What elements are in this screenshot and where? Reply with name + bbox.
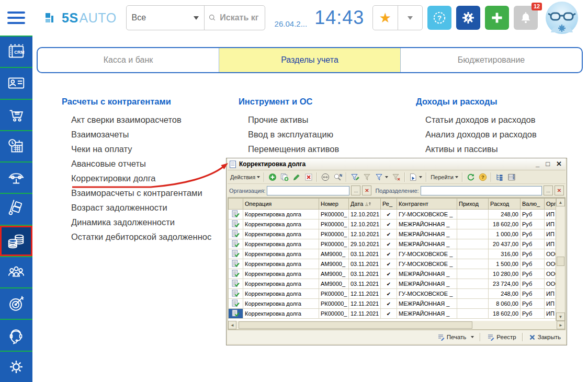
sidebar-item-targets[interactable]	[0, 288, 32, 320]
menu-link[interactable]: Прочие активы	[248, 112, 339, 127]
menu-link[interactable]: Остатки дебиторской задолженнос	[71, 229, 211, 244]
maximize-button[interactable]: □	[546, 160, 550, 168]
sidebar-item-crm[interactable]: CRM	[0, 36, 32, 68]
settings-button[interactable]	[456, 6, 480, 30]
add-new-button[interactable]	[485, 6, 509, 30]
sidebar-item-service[interactable]	[0, 163, 32, 194]
menu-link[interactable]: Возраст задолженности	[71, 200, 211, 215]
table-header-row[interactable]: ОперацияНомерДатаРе_КонтрагентПриходРасх…	[229, 199, 556, 210]
org-filter-input[interactable]	[267, 186, 349, 195]
sidebar-item-staff[interactable]	[0, 257, 32, 288]
scroll-right-icon[interactable]: ►	[557, 321, 565, 329]
column-header[interactable]: Валю_	[521, 199, 545, 210]
help-button[interactable]: ?	[427, 6, 451, 30]
table-row[interactable]: Корректировка долгаРК00000_12.11.2021✔МЕ…	[229, 299, 556, 309]
table-row[interactable]: Корректировка долгаРК00000_12.10.2021✔МЕ…	[229, 229, 556, 239]
dept-clear-button[interactable]: ✕	[555, 186, 564, 195]
actions-menu-button[interactable]: Действия	[229, 173, 261, 181]
menu-link[interactable]: Авансовые отчеты	[71, 156, 211, 171]
tab-cash-bank[interactable]: Касса и банк	[38, 48, 219, 72]
table-row[interactable]: Корректировка долгаАМ9000_03.11.2021✔ГУ-…	[229, 259, 556, 269]
menu-link[interactable]: Взаиморасчеты с контрагентами	[71, 186, 211, 200]
column-header[interactable]: Операция	[243, 199, 319, 210]
minimize-button[interactable]: _	[536, 160, 539, 168]
menu-link[interactable]: Статьи доходов и расходов	[425, 112, 537, 127]
horizontal-scrollbar[interactable]: ◄ ►	[228, 321, 566, 330]
vertical-scroll-thumb[interactable]	[557, 257, 564, 266]
column-header[interactable]: Ре_	[381, 199, 397, 210]
auto-width-button[interactable]	[320, 172, 331, 182]
scroll-down-icon[interactable]: ▼	[556, 312, 565, 321]
column-settings-button[interactable]	[506, 172, 517, 182]
goto-menu-button[interactable]: Перейти	[429, 173, 459, 181]
horizontal-scroll-thumb[interactable]	[239, 321, 472, 329]
menu-link[interactable]: Акт сверки взаиморасчетов	[71, 112, 211, 127]
table-row[interactable]: Корректировка долгаРК00000_12.10.2021✔МЕ…	[229, 219, 556, 229]
table-row[interactable]: Корректировка долгаРК00000_12.11.2021✔МЕ…	[229, 309, 556, 319]
help-button[interactable]: ?	[478, 172, 488, 182]
tab-budgeting[interactable]: Бюджетирование	[400, 48, 582, 72]
column-header[interactable]: Приход	[457, 199, 489, 210]
menu-link[interactable]: Корректировки долга	[71, 171, 211, 186]
register-button[interactable]: Реестр	[485, 332, 517, 342]
delete-row-button[interactable]	[303, 172, 314, 182]
find-by-number-button[interactable]: N	[332, 172, 343, 182]
tab-accounting-sections[interactable]: Разделы учета	[219, 48, 400, 72]
filter-menu-button[interactable]	[374, 172, 389, 182]
menu-link[interactable]: Активы и пассивы	[425, 142, 537, 156]
sidebar-item-settings[interactable]	[0, 352, 32, 382]
sidebar-item-contacts[interactable]	[0, 68, 32, 99]
scroll-left-icon[interactable]: ◄	[228, 321, 236, 329]
column-header[interactable]: Номер	[319, 199, 349, 210]
sidebar-item-warehouse[interactable]	[0, 194, 32, 225]
org-clear-button[interactable]: ✕	[362, 186, 371, 195]
sidebar-item-sales[interactable]	[0, 100, 32, 131]
close-window-button[interactable]: Закрыть	[527, 333, 562, 342]
menu-link[interactable]: Взаимозачеты	[71, 127, 211, 142]
dept-picker-button[interactable]: ...	[544, 186, 553, 195]
search-input[interactable]	[219, 13, 260, 23]
dept-filter-input[interactable]	[421, 186, 542, 195]
table-row[interactable]: Корректировка долгаАМ9000_03.11.2021✔ГУ-…	[229, 249, 556, 259]
search-scope-select[interactable]: Все	[127, 6, 205, 30]
user-avatar[interactable]	[545, 1, 579, 34]
table-cell: РК00000_	[319, 299, 349, 309]
table-row[interactable]: Корректировка долгаРК00000_12.10.2021✔ГУ…	[229, 210, 556, 219]
filter-settings-button[interactable]	[349, 172, 360, 182]
column-header[interactable]: Орг	[545, 199, 556, 210]
table-row[interactable]: Корректировка долгаАМ9000_03.11.2021✔МЕЖ…	[229, 269, 556, 279]
menu-link[interactable]: Перемещения активов	[248, 142, 339, 156]
hamburger-menu-icon[interactable]	[0, 11, 32, 24]
table-row[interactable]: Корректировка долгаАМ9000_03.11.2021✔МЕЖ…	[229, 279, 556, 289]
output-list-button[interactable]	[408, 172, 423, 182]
edit-row-button[interactable]	[291, 172, 302, 182]
tree-view-button[interactable]	[494, 172, 505, 182]
org-picker-button[interactable]: ...	[351, 186, 360, 195]
window-titlebar[interactable]: Корректировка долга _ □ ✕	[228, 158, 566, 170]
scroll-up-icon[interactable]: ▲	[556, 198, 565, 206]
add-row-button[interactable]	[267, 172, 278, 182]
column-header[interactable]: Дата	[349, 199, 381, 210]
clear-filter-button[interactable]	[391, 172, 402, 182]
filter-by-value-button[interactable]	[362, 172, 372, 182]
sidebar-item-support[interactable]	[0, 320, 32, 351]
refresh-button[interactable]	[466, 172, 476, 182]
menu-link[interactable]: Ввод в эксплуатацию	[248, 127, 339, 142]
copy-row-button[interactable]	[279, 172, 290, 182]
close-button[interactable]: ✕	[556, 160, 562, 168]
table-row[interactable]: Корректировка долгаРК00000_29.10.2021✔МЕ…	[229, 239, 556, 249]
notifications-button[interactable]: 12	[514, 6, 538, 30]
print-button[interactable]: Печать	[435, 332, 476, 342]
favorites-dropdown[interactable]	[398, 6, 423, 30]
table-row[interactable]: Корректировка долгаРК00000_12.11.2021✔ГУ…	[229, 289, 556, 299]
vertical-scrollbar[interactable]: ▲ ▼	[556, 198, 565, 321]
menu-link[interactable]: Чеки на оплату	[71, 142, 211, 156]
sidebar-item-money[interactable]	[0, 226, 32, 257]
column-header[interactable]: Контрагент	[397, 199, 457, 210]
menu-link[interactable]: Анализ доходов и расходов	[425, 127, 537, 142]
menu-link[interactable]: Динамика задолженности	[71, 215, 211, 229]
sidebar-item-planning[interactable]	[0, 131, 32, 163]
column-header[interactable]: Расход	[489, 199, 521, 210]
column-header[interactable]	[229, 199, 243, 210]
favorites-button[interactable]: ★	[373, 6, 398, 30]
